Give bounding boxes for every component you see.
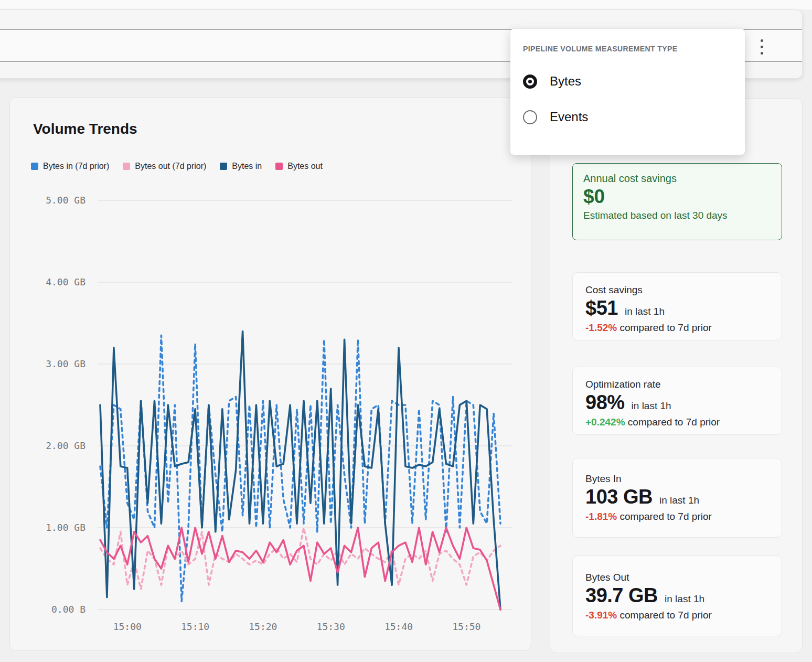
svg-text:1.00 GB: 1.00 GB [46, 522, 86, 533]
radio-icon[interactable] [523, 110, 537, 124]
legend-item-bytes-in[interactable]: Bytes in [220, 162, 262, 171]
stat-delta-row: -1.81% compared to 7d prior [585, 511, 769, 522]
legend-swatch [275, 163, 283, 170]
stat-period: in last 1h [665, 593, 704, 605]
legend-item-bytes-out[interactable]: Bytes out [275, 162, 323, 171]
radio-option-bytes[interactable]: Bytes [523, 74, 732, 89]
chart-title: Volume Trends [33, 121, 137, 137]
stat-period: in last 1h [625, 306, 665, 317]
kebab-menu-icon [761, 39, 763, 42]
stat-label: Optimization rate [585, 379, 769, 390]
popover-title: Pipeline volume measurement type [523, 45, 732, 53]
stat-delta: -1.52% [585, 322, 617, 333]
svg-text:2.00 GB: 2.00 GB [46, 440, 86, 451]
legend-swatch [220, 163, 227, 170]
volume-trends-card: Volume Trends Bytes in (7d prior) Bytes … [9, 97, 531, 651]
legend-item-bytes-in-7d[interactable]: Bytes in (7d prior) [31, 162, 109, 171]
stat-value: 103 GB [585, 486, 653, 508]
chart-legend: Bytes in (7d prior) Bytes out (7d prior)… [31, 162, 323, 171]
annual-savings-label: Annual cost savings [583, 173, 771, 185]
stat-value: 98% [585, 391, 625, 414]
svg-text:15:20: 15:20 [249, 621, 277, 632]
stat-delta-row: -1.52% compared to 7d prior [585, 322, 769, 334]
stat-value: 39.7 GB [585, 584, 658, 607]
annual-savings-note: Estimated based on last 30 days [583, 210, 771, 221]
kebab-menu-button[interactable] [753, 36, 771, 57]
stat-delta: +0.242% [585, 417, 625, 428]
bytes-in-card: Bytes In 103 GB in last 1h -1.81% compar… [572, 458, 782, 538]
stat-delta-row: -3.91% compared to 7d prior [585, 610, 769, 621]
svg-text:15:40: 15:40 [384, 621, 413, 632]
stat-value: $51 [585, 297, 618, 319]
stat-delta: -3.91% [585, 610, 617, 621]
radio-icon[interactable] [523, 74, 537, 89]
svg-text:15:30: 15:30 [317, 621, 345, 632]
stat-label: Bytes In [585, 473, 769, 485]
bytes-out-card: Bytes Out 39.7 GB in last 1h -3.91% comp… [572, 556, 782, 636]
svg-text:15:10: 15:10 [181, 621, 209, 632]
volume-chart: 0.00 B1.00 GB2.00 GB3.00 GB4.00 GB5.00 G… [20, 187, 521, 641]
page-top-strip [0, 0, 812, 9]
stat-period: in last 1h [632, 400, 671, 412]
annual-savings-value: $0 [583, 186, 771, 208]
optimization-rate-card: Optimization rate 98% in last 1h +0.242%… [572, 367, 782, 435]
legend-swatch [123, 163, 130, 170]
svg-text:3.00 GB: 3.00 GB [46, 358, 86, 369]
stat-delta: -1.81% [585, 511, 617, 522]
svg-text:0.00 B: 0.00 B [51, 604, 86, 615]
stats-panel: Annual cost savings $0 Estimated based o… [550, 98, 803, 653]
legend-item-bytes-out-7d[interactable]: Bytes out (7d prior) [123, 162, 206, 171]
cost-savings-card: Cost savings $51 in last 1h -1.52% compa… [572, 272, 782, 340]
svg-text:15:50: 15:50 [452, 621, 480, 632]
stat-period: in last 1h [659, 495, 699, 506]
svg-text:5.00 GB: 5.00 GB [46, 195, 86, 206]
stat-label: Bytes Out [585, 572, 769, 583]
svg-text:4.00 GB: 4.00 GB [46, 276, 86, 287]
legend-swatch [31, 163, 38, 170]
svg-text:15:00: 15:00 [113, 621, 142, 632]
stat-delta-row: +0.242% compared to 7d prior [585, 417, 769, 428]
annual-cost-savings-card: Annual cost savings $0 Estimated based o… [572, 163, 782, 240]
stat-label: Cost savings [585, 284, 769, 296]
measurement-type-popover: Pipeline volume measurement type Bytes E… [510, 29, 745, 155]
radio-option-events[interactable]: Events [523, 110, 732, 124]
